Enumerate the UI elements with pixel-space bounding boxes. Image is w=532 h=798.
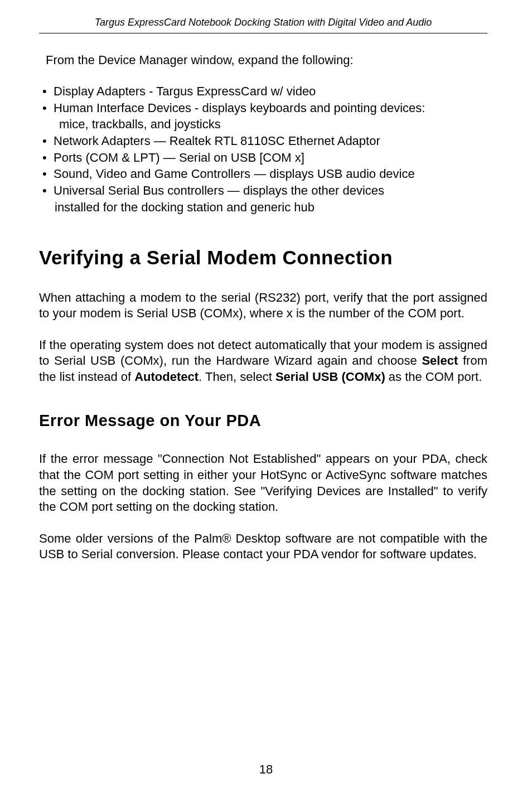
paragraph: If the error message "Connection Not Est… <box>39 451 487 515</box>
bullet-item: Network Adapters — Realtek RTL 8110SC Et… <box>54 133 487 149</box>
bullet-item-continuation: mice, trackballs, and joysticks <box>42 116 487 133</box>
bullet-item: Display Adapters - Targus ExpressCard w/… <box>54 83 487 100</box>
bold-text: Serial USB (COMx) <box>275 370 385 384</box>
text-run: . Then, select <box>199 370 275 384</box>
bullet-item: Sound, Video and Game Controllers — disp… <box>54 166 487 182</box>
bullet-list: •Display Adapters - Targus ExpressCard w… <box>42 83 487 216</box>
bullet-item-continuation: installed for the docking station and ge… <box>42 199 487 216</box>
paragraph: When attaching a modem to the serial (RS… <box>39 290 487 322</box>
bold-text: Select <box>422 354 458 367</box>
intro-text: From the Device Manager window, expand t… <box>46 53 487 67</box>
bold-text: Autodetect <box>134 370 199 384</box>
page-number: 18 <box>0 762 532 777</box>
heading-verifying: Verifying a Serial Modem Connection <box>39 246 487 269</box>
text-run: as the COM port. <box>385 370 482 384</box>
bullet-item: Ports (COM & LPT) — Serial on USB [COM x… <box>54 149 487 166</box>
heading-error-message: Error Message on Your PDA <box>39 412 487 430</box>
bullet-item: Human Interface Devices - displays keybo… <box>54 100 487 117</box>
bullet-item: Universal Serial Bus controllers — displ… <box>54 182 487 199</box>
page-header: Targus ExpressCard Notebook Docking Stat… <box>39 17 487 33</box>
text-run: If the operating system does not detect … <box>39 338 487 368</box>
paragraph: If the operating system does not detect … <box>39 337 487 385</box>
paragraph: Some older versions of the Palm® Desktop… <box>39 531 487 563</box>
